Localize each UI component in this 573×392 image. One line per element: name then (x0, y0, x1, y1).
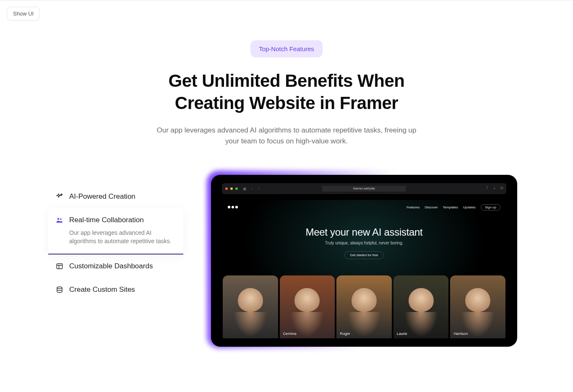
svg-point-0 (57, 218, 60, 220)
show-ui-button[interactable]: Show UI (7, 7, 40, 21)
avatar-name: Gemma (283, 332, 297, 336)
avatar-name: Laurie (397, 332, 407, 336)
tabs-icon: ⧉ (500, 186, 503, 191)
page-title: Get Unlimited Benefits When Creating Web… (56, 70, 517, 114)
preview-panel: ▣ ‹ › framer.website ⤴ ＋ ⧉ Features (208, 172, 517, 347)
eyebrow-badge: Top-Notch Features (250, 40, 323, 57)
avatar-card: Harrison (450, 275, 505, 338)
avatar-card: Gemma (280, 275, 335, 338)
share-icon: ⤴ (486, 186, 488, 191)
feature-tabs: AI-Powered Creation Real-time Collaborat… (56, 172, 183, 302)
signup-button: Sign up (481, 204, 500, 210)
sparkle-icon (56, 193, 63, 200)
browser-chrome: ▣ ‹ › framer.website ⤴ ＋ ⧉ (222, 183, 506, 194)
database-icon (56, 286, 63, 293)
tab-label: AI-Powered Creation (69, 192, 135, 201)
tab-ai-powered-creation[interactable]: AI-Powered Creation (56, 185, 183, 208)
svg-point-1 (60, 218, 62, 220)
avatar-card (223, 275, 278, 338)
tab-customizable-dashboards[interactable]: Customizable Dashboards (56, 254, 183, 278)
tab-create-custom-sites[interactable]: Create Custom Sites (56, 278, 183, 301)
page-title-line2: Creating Website in Framer (175, 93, 398, 113)
tab-description: Our app leverages advanced AI algorithms… (69, 228, 176, 246)
plus-icon: ＋ (492, 186, 496, 191)
nav-link: Discover (425, 205, 438, 209)
tab-label: Create Custom Sites (69, 286, 135, 294)
avatar-card: Laurie (393, 275, 449, 338)
nav-back-icon: ‹ (252, 187, 253, 191)
top-divider (0, 0, 573, 1)
preview-site: Features Discover Templates Updates Sign… (222, 200, 506, 338)
nav-link: Updates (463, 205, 476, 209)
nav-link: Features (406, 205, 420, 209)
sidebar-toggle-icon: ▣ (243, 187, 247, 191)
avatar-name: Roger (340, 332, 350, 336)
preview-hero-subtitle: Truly unique, always helpful, never bori… (222, 241, 506, 245)
svg-point-3 (57, 287, 62, 289)
tab-real-time-collaboration[interactable]: Real-time Collaboration Our app leverage… (48, 208, 183, 255)
page-title-line1: Get Unlimited Benefits When (169, 71, 405, 91)
layout-icon (56, 262, 63, 270)
svg-rect-2 (57, 264, 63, 269)
nav-forward-icon: › (258, 187, 259, 191)
traffic-light-min-icon (230, 187, 233, 190)
nav-link: Templates (443, 205, 458, 209)
tab-label: Customizable Dashboards (69, 262, 153, 270)
traffic-light-max-icon (235, 187, 238, 190)
url-display: framer.website (322, 186, 406, 192)
preview-hero-title: Meet your new AI assistant (222, 226, 506, 238)
people-row: Gemma Roger Laurie Harrison (222, 275, 506, 338)
tab-label: Real-time Collaboration (69, 216, 144, 224)
avatar-name: Harrison (453, 332, 468, 336)
traffic-light-close-icon (225, 187, 228, 190)
preview-window: ▣ ‹ › framer.website ⤴ ＋ ⧉ Features (211, 175, 517, 347)
people-icon (56, 216, 63, 224)
site-logo (228, 206, 238, 208)
avatar-card: Roger (336, 275, 392, 338)
site-nav: Features Discover Templates Updates Sign… (406, 204, 500, 210)
page-subtitle: Our app leverages advanced AI algorithms… (152, 125, 421, 147)
preview-cta-button: Get started for free (344, 251, 383, 259)
